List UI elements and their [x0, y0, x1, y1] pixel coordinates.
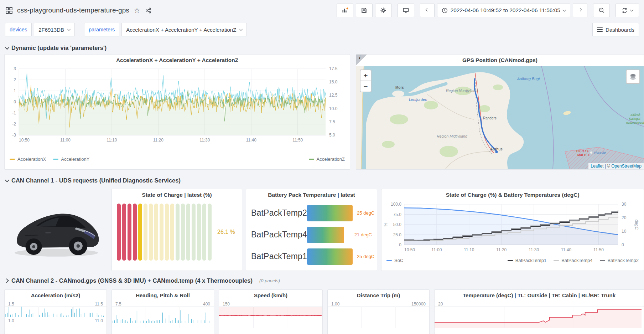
battery-temp-name: BatPackTemp4 — [251, 230, 307, 240]
leaflet-link[interactable]: Leaflet — [591, 164, 603, 169]
map-layers-control[interactable] — [626, 70, 640, 84]
row-dynamic: AccelerationX + AccelerationY + Accelera… — [0, 54, 644, 170]
time-range-back-button[interactable] — [420, 4, 435, 17]
legend-item-BatPackTemp1[interactable]: BatPackTemp1 — [508, 258, 546, 263]
time-range-picker[interactable]: 2022-04-06 10:49:52 to 2022-04-06 11:56:… — [437, 4, 570, 17]
panel-title[interactable]: State of Charge | latest (%) — [112, 189, 242, 201]
svg-text:11:30: 11:30 — [529, 247, 539, 252]
refresh-dashboard-button[interactable] — [616, 4, 639, 17]
sparkline-chart[interactable] — [112, 307, 214, 328]
apps-grid-icon[interactable] — [5, 6, 13, 15]
svg-text:0: 0 — [14, 99, 16, 104]
sparkline-chart[interactable] — [219, 307, 322, 328]
panel-acceleration-chart: AccelerationX + AccelerationY + Accelera… — [4, 54, 350, 170]
svg-text:-1: -1 — [12, 111, 16, 115]
legend-item-SoC[interactable]: SoC — [386, 258, 403, 263]
svg-text:12.5: 12.5 — [329, 93, 338, 98]
devices-variable-label[interactable]: devices — [5, 23, 32, 36]
y-tick: 7.5 — [115, 302, 121, 307]
svg-text:11:00: 11:00 — [431, 247, 442, 252]
zoom-out-time-button[interactable] — [593, 4, 610, 17]
legend-item-AccelerationX[interactable]: AccelerationX — [10, 156, 46, 162]
star-icon[interactable]: ☆ — [133, 6, 141, 15]
gauge-bar-py — [160, 204, 163, 261]
legend-item-AccelerationY[interactable]: AccelerationY — [53, 156, 89, 162]
map-canvas[interactable]: MorsLimfjordenRegion NordjyllandAalborg … — [356, 66, 644, 169]
battery-temp-bar — [307, 205, 353, 221]
top-navbar: css-playground-uds-temperature-gps ☆ 2 — [0, 0, 644, 21]
openstreetmap-link[interactable]: OpenStreetMap — [611, 164, 642, 169]
clock-icon — [442, 7, 448, 14]
soc-gauge-bars — [117, 204, 212, 261]
dashboard-title[interactable]: css-playground-uds-temperature-gps — [17, 6, 129, 14]
section-dynamic[interactable]: Dynamic (update via 'parameters') — [0, 41, 644, 54]
panel-soc-gauge: State of Charge | latest (%) 26.1 % — [111, 189, 242, 271]
chevron-down-icon — [563, 8, 566, 12]
time-range-forward-button[interactable] — [573, 4, 587, 17]
panel-title[interactable]: Distance Trip (m) — [328, 290, 429, 300]
battery-temp-value: 25 degC — [357, 210, 374, 216]
devices-variable-select[interactable]: 2F6913DB — [34, 23, 75, 36]
panel-title[interactable]: State of Charge (%) & Battery Temperatur… — [381, 189, 644, 201]
svg-text:11:20: 11:20 — [153, 138, 163, 143]
gauge-bar-py — [154, 204, 158, 261]
panel-title[interactable]: Speed (km/h) — [219, 290, 322, 300]
soc-temperature-chart[interactable]: 100.075.050.025.003020100%degC10:5011:00… — [381, 201, 640, 257]
map-zoom-control: + − — [360, 70, 372, 92]
legend-item-AccelerationZ[interactable]: AccelerationZ — [309, 156, 345, 162]
svg-text:5.0: 5.0 — [329, 133, 335, 138]
panel-title[interactable]: Heading, Pitch & Roll — [112, 290, 214, 300]
map-zoom-in-button[interactable]: + — [360, 70, 371, 81]
section-can1-title: CAN Channel 1 - UDS requests (Unified Di… — [11, 177, 181, 184]
dashboards-button[interactable]: Dashboards — [592, 23, 639, 36]
leaflet-map[interactable]: MorsLimfjordenRegion NordjyllandAalborg … — [356, 66, 644, 169]
svg-text:25.0: 25.0 — [393, 232, 402, 237]
save-dashboard-button[interactable] — [356, 4, 373, 17]
gauge-bar-pg — [202, 204, 206, 261]
chevron-down-icon — [239, 27, 243, 31]
section-can1[interactable]: CAN Channel 1 - UDS requests (Unified Di… — [0, 173, 644, 187]
svg-text:11:20: 11:20 — [496, 247, 507, 252]
svg-text:11:10: 11:10 — [107, 138, 117, 143]
panel-title[interactable]: GPS Position (CANmod.gps) — [356, 55, 644, 66]
svg-text:1: 1 — [14, 88, 16, 93]
svg-text:degC: degC — [634, 220, 639, 230]
map-label: Randers — [483, 116, 497, 120]
sparkline-chart[interactable] — [328, 307, 429, 328]
info-icon[interactable]: i — [359, 55, 360, 61]
section-can2[interactable]: CAN Channel 2 - CANmod.gps (GNSS & 3D IM… — [0, 273, 644, 288]
map-zoom-out-button[interactable]: − — [360, 81, 371, 92]
parameters-variable-select[interactable]: AccelerationX + AccelerationY + Accelera… — [121, 23, 247, 36]
y-tick: 11.0 — [95, 318, 103, 323]
panel-gps-map: i GPS Position (CANmod.gps) — [356, 54, 644, 170]
panel-title[interactable]: Temperature (degC) | TL: Outside | TR: C… — [435, 290, 644, 300]
sparkline-chart[interactable] — [5, 307, 107, 317]
chevron-down-icon — [630, 8, 634, 12]
map-label: EK R 19 — [576, 149, 588, 153]
panel-title[interactable]: Acceleration (m/s2) — [5, 290, 107, 300]
panel-car-image — [4, 189, 107, 271]
gauge-bar-pg — [186, 204, 190, 261]
cycle-view-mode-button[interactable] — [398, 4, 414, 17]
y-tick: 1.00 — [331, 302, 339, 307]
panel-soc-temperature-chart: State of Charge (%) & Battery Temperatur… — [381, 189, 644, 271]
acceleration-chart[interactable]: 3210-1-2-317.515.012.510.07.55.010:5011:… — [5, 66, 342, 156]
parameters-variable-label[interactable]: parameters — [84, 23, 119, 36]
svg-text:10: 10 — [622, 229, 627, 234]
legend-item-BatPackTemp4[interactable]: BatPackTemp4 — [554, 258, 592, 263]
chevron-down-icon — [5, 45, 10, 50]
legend-item-BatPackTemp2[interactable]: BatPackTemp2 — [600, 258, 639, 263]
share-icon[interactable] — [145, 7, 152, 14]
soc-gauge-value: 26.1 % — [217, 229, 235, 235]
chevron-right-icon — [4, 278, 9, 283]
add-panel-button[interactable] — [337, 4, 353, 17]
svg-text:11:10: 11:10 — [464, 247, 474, 252]
svg-text:11:50: 11:50 — [593, 247, 604, 252]
battery-temp-value: 21 degC — [354, 232, 372, 237]
gauge-bar-pg — [192, 204, 196, 261]
svg-text:%: % — [383, 222, 388, 226]
panel-title[interactable]: Battery Pack Temperature | latest — [246, 189, 377, 201]
sparkline-chart[interactable] — [435, 307, 644, 328]
panel-title[interactable]: AccelerationX + AccelerationY + Accelera… — [5, 55, 350, 66]
dashboard-settings-button[interactable] — [375, 4, 392, 17]
